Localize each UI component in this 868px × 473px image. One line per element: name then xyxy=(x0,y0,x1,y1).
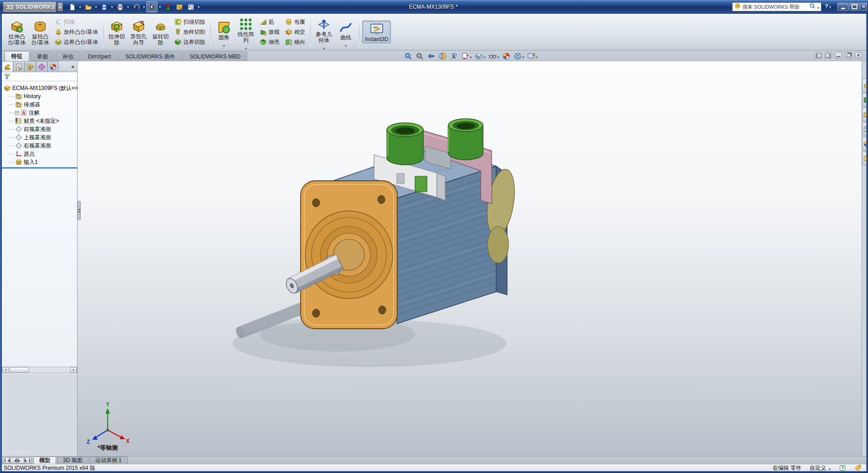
boundary-cut-button[interactable]: 边界切除 xyxy=(172,37,208,47)
extrude-cut-button[interactable]: 拉伸切 除 xyxy=(106,18,127,46)
document-tab-运动算例 1[interactable]: 运动算例 1 xyxy=(89,457,128,464)
panel-tab-propertymanager[interactable] xyxy=(13,61,25,72)
tree-item[interactable]: 材质 <未指定> xyxy=(3,117,77,125)
model-canvas[interactable]: Y X Z xyxy=(78,61,862,456)
reference-triad[interactable]: Y X Z xyxy=(87,401,130,445)
ribbon-tab-特征[interactable]: 特征 xyxy=(5,51,29,61)
hide-show-items-caret-icon[interactable] xyxy=(497,52,499,60)
tree-item[interactable]: History xyxy=(3,92,77,100)
ribbon-tab-DimXpert[interactable]: DimXpert xyxy=(81,52,118,61)
menu-expand-arrow[interactable]: ▸ xyxy=(57,2,63,11)
tags-icon[interactable] xyxy=(854,464,862,472)
options-button[interactable] xyxy=(185,1,196,12)
window-minimize-button[interactable] xyxy=(837,3,848,11)
tree-item[interactable]: 原点 xyxy=(3,150,77,158)
panel-tabs-more[interactable]: » xyxy=(59,61,77,72)
undo-button[interactable] xyxy=(130,1,141,12)
rotate-view-button[interactable]: A xyxy=(449,52,459,61)
graphics-viewport[interactable]: Y X Z *等轴测 xyxy=(78,61,862,456)
new-document-button[interactable] xyxy=(67,1,78,12)
linear-pattern-caret-icon[interactable] xyxy=(245,43,247,47)
triad-z-axis[interactable] xyxy=(92,436,98,440)
last-tab-icon[interactable] xyxy=(25,457,31,463)
panel-tab-dimxpertmanager[interactable] xyxy=(36,61,47,72)
show-right-pane-icon[interactable] xyxy=(825,52,832,58)
scroll-left-arrow-icon[interactable] xyxy=(2,367,9,373)
ribbon-tab-SOLIDWORKS 插件[interactable]: SOLIDWORKS 插件 xyxy=(119,52,182,61)
next-tab-icon[interactable] xyxy=(17,457,24,463)
connector-left[interactable] xyxy=(387,123,423,165)
new-document-dropdown-caret-icon[interactable] xyxy=(78,1,82,12)
front-flange[interactable] xyxy=(301,181,397,329)
tree-item[interactable]: 传感器 xyxy=(3,100,77,109)
scrollbar-thumb[interactable] xyxy=(10,367,29,373)
tree-expand-icon[interactable]: + xyxy=(15,111,19,115)
instant3d-button[interactable]: Instant3D xyxy=(362,21,391,43)
view-orientation-caret-icon[interactable] xyxy=(483,52,485,60)
search-dropdown-caret-icon[interactable] xyxy=(817,3,819,11)
panel-splitter-handle[interactable] xyxy=(78,201,81,220)
tree-item[interactable]: ECMA-MX1309FS (默认<<默 xyxy=(3,84,77,92)
curves-caret-icon[interactable] xyxy=(345,41,347,45)
scroll-right-arrow-icon[interactable] xyxy=(70,367,77,373)
open-document-dropdown-caret-icon[interactable] xyxy=(94,1,98,12)
print-button[interactable] xyxy=(114,1,125,12)
ribbon-tab-评估[interactable]: 评估 xyxy=(56,52,80,61)
boundary-boss-button[interactable]: 边界凸台/基体 xyxy=(52,37,100,47)
save-button[interactable] xyxy=(99,1,109,12)
curves-button[interactable]: 曲线 xyxy=(335,19,356,45)
search-input[interactable]: 搜索 SOLIDWORKS 帮助 xyxy=(743,4,807,11)
sweep-cut-button[interactable]: 扫描切除 xyxy=(172,17,208,27)
ribbon-tab-草图[interactable]: 草图 xyxy=(30,52,55,61)
tree-item[interactable]: 输入1 xyxy=(3,158,77,166)
document-minimize-button[interactable] xyxy=(835,52,842,58)
annotation-view-caret-icon[interactable] xyxy=(470,52,472,60)
annotation-view-button[interactable] xyxy=(460,52,473,61)
quick-tips-icon[interactable]: ? xyxy=(839,464,846,472)
search-icon[interactable] xyxy=(809,3,816,11)
previous-view-button[interactable] xyxy=(426,52,436,61)
document-restore-button[interactable] xyxy=(845,52,852,58)
edit-appearance-button[interactable] xyxy=(501,52,511,61)
revolve-boss-button[interactable]: 旋转凸 台/基体 xyxy=(29,18,51,46)
panel-tab-configurationmanager[interactable] xyxy=(25,61,36,72)
shell-button[interactable]: 抽壳 xyxy=(257,37,282,47)
mirror-button[interactable]: 镜向 xyxy=(283,37,307,47)
intersect-button[interactable]: 相交 xyxy=(283,27,307,37)
apply-scene-caret-icon[interactable] xyxy=(522,52,524,60)
triad-y-axis[interactable] xyxy=(105,408,110,414)
tree-filter-bar[interactable] xyxy=(2,72,77,81)
tree-item[interactable]: 上视基准面 xyxy=(3,133,77,142)
reference-geometry-button[interactable]: 参考几 何体 xyxy=(313,16,334,48)
select-button[interactable] xyxy=(146,1,157,12)
panel-tab-displaymanager[interactable] xyxy=(47,61,59,72)
view-settings-button[interactable] xyxy=(526,52,539,61)
search-box[interactable]: ? 搜索 SOLIDWORKS 帮助 xyxy=(732,2,821,11)
panel-tab-featuremanager[interactable] xyxy=(2,61,13,72)
window-close-button[interactable] xyxy=(860,3,867,11)
wrap-button[interactable]: 包覆 xyxy=(283,17,307,27)
draft-button[interactable]: 拔模 xyxy=(257,27,282,37)
hole-wizard-button[interactable]: 异型孔 向导 xyxy=(128,18,149,46)
show-left-pane-icon[interactable] xyxy=(815,52,822,58)
first-tab-icon[interactable] xyxy=(3,457,10,463)
print-dropdown-caret-icon[interactable] xyxy=(126,1,130,12)
linear-pattern-button[interactable]: 线性阵 列 xyxy=(235,16,256,48)
hide-show-items-button[interactable] xyxy=(488,52,500,61)
previous-tab-icon[interactable] xyxy=(10,457,17,463)
fillet-caret-icon[interactable] xyxy=(223,41,225,45)
servo-motor-model[interactable] xyxy=(284,119,519,329)
loft-cut-button[interactable]: 放样切割 xyxy=(172,27,208,37)
section-view-button[interactable] xyxy=(437,52,447,61)
zoom-area-button[interactable] xyxy=(415,52,425,61)
loft-boss-button[interactable]: 放样凸台/基体 xyxy=(52,27,100,37)
view-settings-caret-icon[interactable] xyxy=(536,52,538,60)
revolve-cut-button[interactable]: 旋转切 除 xyxy=(150,18,171,46)
open-document-button[interactable] xyxy=(83,1,94,12)
zoom-fit-button[interactable] xyxy=(403,52,413,61)
window-restore-button[interactable] xyxy=(849,3,860,11)
rib-button[interactable]: 筋 xyxy=(257,17,282,27)
select-dropdown-caret-icon[interactable] xyxy=(158,1,162,12)
panel-horizontal-scrollbar[interactable] xyxy=(2,367,77,373)
view-orientation-button[interactable] xyxy=(474,52,486,61)
